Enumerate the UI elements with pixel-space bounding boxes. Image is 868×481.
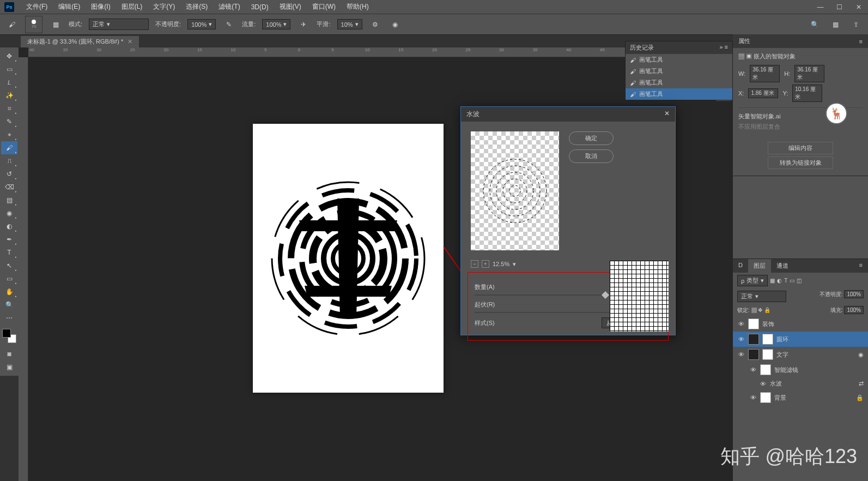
- panel-menu-icon[interactable]: ≡: [854, 259, 868, 273]
- filter-smart-icon[interactable]: ◫: [797, 278, 802, 284]
- menu-3d[interactable]: 3D(D): [246, 3, 274, 11]
- layer-row[interactable]: 👁水波⇄: [733, 377, 868, 390]
- lock-all-icon[interactable]: 🔒: [764, 307, 770, 313]
- color-swatches[interactable]: [2, 329, 16, 343]
- zoom-tool[interactable]: 🔍: [1, 298, 17, 311]
- airbrush-icon[interactable]: ✈: [297, 18, 310, 31]
- history-item[interactable]: 🖌画笔工具: [626, 65, 732, 77]
- shape-tool[interactable]: ▭▸: [1, 272, 17, 285]
- zoom-dropdown-icon[interactable]: ▾: [513, 261, 516, 268]
- layer-row[interactable]: 👁文字◉: [733, 347, 868, 362]
- minimize-button[interactable]: —: [811, 0, 830, 14]
- filter-text-icon[interactable]: T: [784, 278, 787, 284]
- heal-tool[interactable]: ⌖▸: [1, 128, 17, 141]
- layer-filter-kind[interactable]: ρ 类型 ▾: [737, 275, 768, 286]
- foreground-color[interactable]: [2, 329, 11, 338]
- visibility-icon[interactable]: 👁: [737, 351, 745, 358]
- magic-wand-tool[interactable]: ✨▸: [1, 89, 17, 102]
- screenmode-tool[interactable]: ▣: [1, 360, 17, 374]
- width-input[interactable]: 36.16 厘米: [750, 65, 780, 82]
- eraser-tool[interactable]: ⌫▸: [1, 181, 17, 194]
- tab-close-icon[interactable]: ✕: [128, 38, 132, 45]
- menu-select[interactable]: 选择(S): [180, 2, 213, 11]
- mode-select[interactable]: 正常▾: [89, 19, 149, 30]
- menu-type[interactable]: 文字(Y): [148, 2, 180, 11]
- dodge-tool[interactable]: ◐▸: [1, 220, 17, 233]
- dialog-preview[interactable]: [471, 131, 559, 250]
- pressure-opacity-icon[interactable]: ✎: [222, 18, 235, 31]
- history-item[interactable]: 🖌画笔工具: [626, 77, 732, 88]
- opacity-input[interactable]: 100%▾: [187, 19, 216, 29]
- zoom-in-button[interactable]: +: [482, 260, 489, 268]
- layer-row[interactable]: 👁装饰: [733, 316, 868, 332]
- gradient-tool[interactable]: ▤▸: [1, 194, 17, 207]
- layer-row[interactable]: 👁背景🔒: [733, 390, 868, 405]
- convert-linked-button[interactable]: 转换为链接对象: [768, 157, 833, 169]
- lock-position-icon[interactable]: ✥: [758, 307, 762, 313]
- menu-file[interactable]: 文件(F): [21, 2, 53, 11]
- pen-tool[interactable]: ✒▸: [1, 233, 17, 246]
- height-input[interactable]: 36.16 厘米: [794, 65, 824, 82]
- hand-tool[interactable]: ✋▸: [1, 285, 17, 298]
- tool-preset-icon[interactable]: 🖌: [5, 18, 19, 31]
- zoom-out-button[interactable]: −: [471, 260, 478, 268]
- edit-contents-button[interactable]: 编辑内容: [768, 142, 833, 154]
- x-input[interactable]: 1.86 厘米: [748, 88, 778, 98]
- tab-channels[interactable]: 通道: [771, 259, 794, 273]
- visibility-icon[interactable]: 👁: [749, 394, 757, 401]
- blend-mode-select[interactable]: 正常▾: [737, 291, 786, 302]
- share-icon[interactable]: ⇪: [849, 18, 863, 31]
- layer-row[interactable]: 👁智能滤镜: [733, 362, 868, 377]
- y-input[interactable]: 10.16 厘米: [792, 85, 822, 102]
- pressure-size-icon[interactable]: ◉: [389, 18, 402, 31]
- maximize-button[interactable]: ☐: [830, 0, 849, 14]
- document-tab[interactable]: 未标题-1 @ 33.3% (圆环, RGB/8#) * ✕: [21, 36, 139, 47]
- eyedropper-tool[interactable]: ✎▸: [1, 115, 17, 128]
- history-item[interactable]: 🖌画笔工具: [626, 88, 732, 100]
- blur-tool[interactable]: ◉▸: [1, 207, 17, 220]
- filter-adjust-icon[interactable]: ◐: [777, 278, 782, 284]
- fill-input[interactable]: 100%: [844, 306, 864, 314]
- visibility-icon[interactable]: 👁: [749, 366, 757, 373]
- tab-unknown[interactable]: D: [733, 259, 748, 273]
- filter-image-icon[interactable]: ▦: [770, 278, 775, 284]
- panel-menu-icon[interactable]: » ≡: [719, 44, 728, 52]
- menu-layer[interactable]: 图层(L): [116, 2, 148, 11]
- lock-pixels-icon[interactable]: ▦: [751, 307, 757, 313]
- marquee-tool[interactable]: ▭▸: [1, 63, 17, 76]
- lasso-tool[interactable]: 𝘓▸: [1, 76, 17, 89]
- tab-layers[interactable]: 图层: [748, 259, 771, 273]
- path-select-tool[interactable]: ↖▸: [1, 259, 17, 272]
- text-tool[interactable]: T▸: [1, 246, 17, 259]
- menu-window[interactable]: 窗口(W): [307, 2, 341, 11]
- cancel-button[interactable]: 取消: [569, 149, 614, 163]
- history-item[interactable]: 🖌画笔工具: [626, 54, 732, 65]
- move-tool[interactable]: ✥▸: [1, 50, 17, 63]
- dialog-close-button[interactable]: ✕: [664, 110, 670, 119]
- menu-view[interactable]: 视图(V): [274, 2, 307, 11]
- brush-panel-toggle-icon[interactable]: ▦: [49, 18, 62, 31]
- brush-tool[interactable]: 🖌▸: [1, 141, 17, 154]
- layer-opacity-input[interactable]: 100%: [844, 290, 864, 298]
- stamp-tool[interactable]: ⎍▸: [1, 154, 17, 167]
- menu-edit[interactable]: 编辑(E): [53, 2, 86, 11]
- menu-image[interactable]: 图像(I): [86, 2, 116, 11]
- history-brush-tool[interactable]: ↺▸: [1, 167, 17, 181]
- workspace-icon[interactable]: ▦: [829, 18, 842, 31]
- edit-toolbar[interactable]: ⋯: [1, 311, 17, 324]
- filter-shape-icon[interactable]: ▭: [790, 278, 794, 284]
- visibility-icon[interactable]: 👁: [759, 381, 767, 387]
- visibility-icon[interactable]: 👁: [737, 321, 745, 327]
- ok-button[interactable]: 确定: [569, 131, 614, 145]
- brush-preview[interactable]: 70: [25, 16, 43, 33]
- menu-filter[interactable]: 滤镜(T): [213, 2, 245, 11]
- close-button[interactable]: ✕: [849, 0, 868, 14]
- menu-help[interactable]: 帮助(H): [341, 2, 374, 11]
- crop-tool[interactable]: ⌗▸: [1, 102, 17, 115]
- layer-row[interactable]: 👁圆环: [733, 332, 868, 347]
- canvas-document[interactable]: [253, 124, 444, 393]
- flow-input[interactable]: 100%▾: [262, 19, 290, 29]
- search-icon[interactable]: 🔍: [808, 18, 821, 31]
- visibility-icon[interactable]: 👁: [737, 336, 745, 342]
- panel-menu-icon[interactable]: ≡: [859, 38, 863, 45]
